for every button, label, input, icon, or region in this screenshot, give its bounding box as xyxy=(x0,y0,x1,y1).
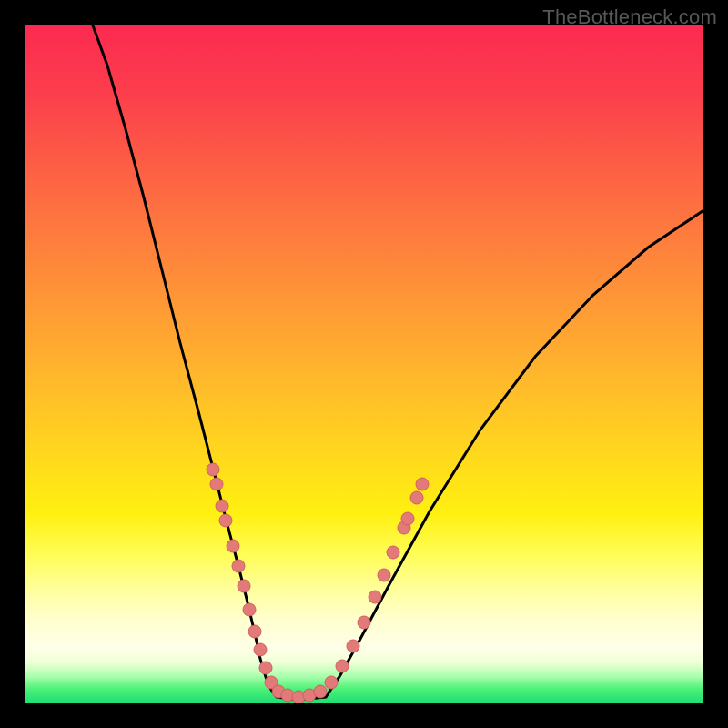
highlight-dot xyxy=(387,546,399,559)
highlight-dot xyxy=(369,591,381,603)
highlight-dot xyxy=(248,625,261,638)
bottleneck-curve xyxy=(93,25,703,699)
highlight-dot xyxy=(254,643,267,656)
highlight-dot xyxy=(314,685,327,698)
highlight-dot xyxy=(259,662,272,674)
highlight-dot xyxy=(347,640,359,652)
highlight-dot xyxy=(401,512,414,525)
highlight-dot xyxy=(227,540,239,552)
highlight-dot xyxy=(378,569,390,581)
highlight-dot xyxy=(238,580,250,592)
highlight-dot xyxy=(410,491,423,504)
highlight-dot xyxy=(358,616,370,629)
highlight-dot xyxy=(210,478,223,490)
highlight-dots xyxy=(207,463,429,703)
chart-stage: TheBottleneck.com xyxy=(0,0,728,728)
highlight-dot xyxy=(232,560,245,572)
highlight-dot xyxy=(336,660,349,672)
highlight-dot xyxy=(243,603,256,616)
watermark-text: TheBottleneck.com xyxy=(542,5,717,29)
highlight-dot xyxy=(216,500,228,512)
chart-svg xyxy=(25,25,703,703)
chart-plot-area xyxy=(25,25,703,703)
highlight-dot xyxy=(219,514,232,527)
highlight-dot xyxy=(416,478,429,490)
highlight-dot xyxy=(207,463,219,476)
highlight-dot xyxy=(325,676,338,689)
